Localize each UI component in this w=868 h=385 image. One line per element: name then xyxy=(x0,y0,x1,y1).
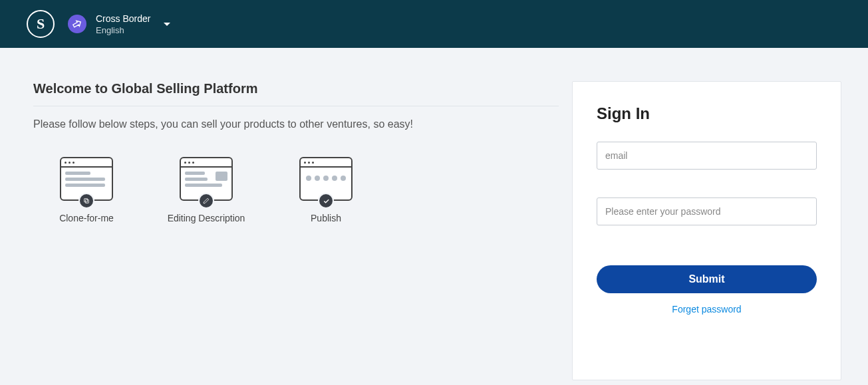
content-area: Welcome to Global Selling Platform Pleas… xyxy=(0,48,868,380)
header-language: English xyxy=(96,25,150,35)
header-title: Cross Border xyxy=(96,13,150,24)
logo-icon: S xyxy=(27,10,55,38)
svg-rect-0 xyxy=(85,199,88,203)
publish-icon xyxy=(299,157,353,201)
signin-title: Sign In xyxy=(597,104,817,123)
forget-password-link[interactable]: Forget password xyxy=(597,304,817,315)
plane-icon xyxy=(68,15,86,33)
header-bar: S Cross Border English xyxy=(0,0,868,48)
step-label: Editing Description xyxy=(168,213,245,223)
clone-icon xyxy=(60,157,113,201)
signin-panel: Sign In Submit Forget password xyxy=(572,81,841,380)
page-subtitle: Please follow below steps, you can sell … xyxy=(33,118,559,130)
step-publish: Publish xyxy=(286,157,366,223)
step-label: Publish xyxy=(311,213,341,223)
step-edit: Editing Description xyxy=(166,157,246,223)
step-label: Clone-for-me xyxy=(59,213,114,223)
edit-icon xyxy=(180,157,233,201)
check-icon xyxy=(318,193,334,209)
submit-button[interactable]: Submit xyxy=(597,265,817,293)
pencil-icon xyxy=(198,193,214,209)
logo-letter: S xyxy=(37,15,45,33)
email-field[interactable] xyxy=(597,142,817,170)
cross-border-selector[interactable]: Cross Border English xyxy=(68,13,170,35)
header-text-block: Cross Border English xyxy=(96,13,150,35)
svg-rect-1 xyxy=(84,199,88,202)
step-clone: Clone-for-me xyxy=(47,157,126,223)
chevron-down-icon xyxy=(164,23,170,26)
steps-row: Clone-for-me xyxy=(47,157,559,223)
page-title: Welcome to Global Selling Platform xyxy=(33,81,559,106)
copy-icon xyxy=(78,193,94,209)
main-panel: Welcome to Global Selling Platform Pleas… xyxy=(33,81,559,380)
password-field[interactable] xyxy=(597,197,817,225)
